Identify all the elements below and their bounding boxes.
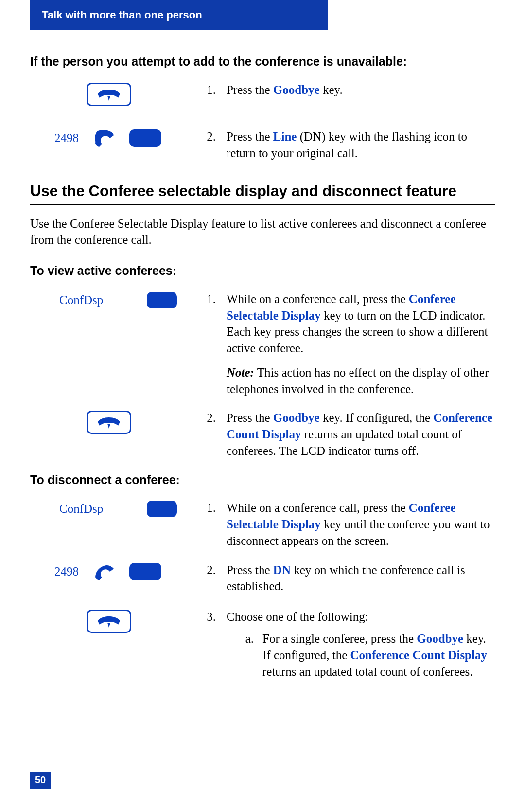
step-2: 2. Press the Line (DN) key with the flas… [205, 128, 495, 162]
text: key. [320, 83, 343, 96]
goodbye-key-icon [87, 411, 131, 434]
key-name-line: Line [273, 130, 297, 143]
step-number: 3. [205, 609, 222, 625]
page-header-title: Talk with more than one person [42, 8, 202, 22]
text: Press the [227, 83, 273, 96]
page-header-tab: Talk with more than one person [30, 0, 328, 30]
handset-icon [93, 129, 115, 147]
text: While on a conference call, press the [227, 292, 409, 306]
step-number: 2. [205, 410, 222, 426]
softkey-label-confdsp: ConfDsp [59, 501, 103, 517]
page-number-badge: 50 [30, 772, 51, 789]
page-number: 50 [35, 775, 46, 785]
text: Choose one of the following: [227, 610, 368, 623]
softkey-label-confdsp: ConfDsp [59, 292, 103, 308]
text: returns an updated total count of confer… [262, 665, 472, 678]
graphic-goodbye-key-3 [30, 609, 205, 633]
text: For a single conferee, press the [262, 632, 417, 645]
text: Press the [227, 130, 273, 143]
handset-down-icon [96, 614, 122, 629]
step-number: 1. [205, 82, 222, 98]
disc-step-3a: a. For a single conferee, press the Good… [227, 631, 495, 680]
graphic-dn-key-2: 2498 [30, 562, 205, 580]
view-step-1: 1. While on a conference call, press the… [205, 291, 495, 397]
goodbye-key-icon [87, 610, 131, 633]
row-view-goodbye: 2. Press the Goodbye key. If configured,… [30, 410, 495, 459]
handset-icon [93, 563, 115, 580]
step-number: 1. [205, 500, 222, 516]
note-body: This action has no effect on the display… [227, 366, 489, 396]
key-name-goodbye: Goodbye [417, 632, 463, 645]
text: Press the [227, 411, 273, 424]
key-name-goodbye: Goodbye [273, 83, 320, 96]
handset-down-icon [96, 415, 122, 430]
dn-label: 2498 [54, 130, 79, 146]
key-name-goodbye: Goodbye [273, 411, 320, 424]
goodbye-key-icon [87, 83, 131, 106]
disc-step-2: 2. Press the DN key on which the confere… [205, 562, 495, 595]
graphic-goodbye-key [30, 82, 205, 106]
graphic-confdsp: ConfDsp [30, 291, 205, 308]
key-name-ccd: Conference Count Display [350, 649, 487, 662]
softkey-icon [147, 292, 177, 308]
row-disc-dn: 2498 2. Press the DN key on which the co… [30, 562, 495, 596]
row-dn: 2498 2. Press the Line (DN) key with the… [30, 128, 495, 162]
step-number: 2. [205, 128, 222, 145]
view-step-2: 2. Press the Goodbye key. If configured,… [205, 410, 495, 459]
graphic-confdsp-2: ConfDsp [30, 500, 205, 517]
line-key-icon [129, 563, 161, 580]
step-1: 1. Press the Goodbye key. [205, 82, 495, 98]
section-conferee-title: Use the Conferee selectable display and … [30, 182, 495, 201]
row-disc-goodbye: 3. Choose one of the following: a. For a… [30, 609, 495, 680]
note-label: Note: [227, 366, 254, 379]
row-goodbye: 1. Press the Goodbye key. [30, 82, 495, 116]
row-disc-confdsp: ConfDsp 1. While on a conference call, p… [30, 500, 495, 549]
page-content: If the person you attempt to add to the … [30, 54, 495, 693]
graphic-goodbye-key-2 [30, 410, 205, 434]
section-conferee-intro: Use the Conferee Selectable Display feat… [30, 216, 495, 249]
row-view-confdsp: ConfDsp 1. While on a conference call, p… [30, 291, 495, 397]
text: While on a conference call, press the [227, 501, 409, 514]
section-unavailable-heading: If the person you attempt to add to the … [30, 54, 495, 70]
line-key-icon [129, 129, 161, 147]
section-rule [30, 204, 495, 205]
step-number: 2. [205, 562, 222, 578]
softkey-icon [147, 501, 177, 517]
view-heading: To view active conferees: [30, 263, 495, 279]
dn-label: 2498 [54, 563, 79, 580]
text: key. If configured, the [320, 411, 434, 424]
disc-step-1: 1. While on a conference call, press the… [205, 500, 495, 549]
key-name-dn: DN [273, 563, 291, 577]
substep-letter: a. [244, 631, 258, 680]
disconnect-heading: To disconnect a conferee: [30, 472, 495, 488]
graphic-dn-key: 2498 [30, 128, 205, 147]
handset-down-icon [96, 87, 122, 102]
step-number: 1. [205, 291, 222, 307]
disc-step-3: 3. Choose one of the following: a. For a… [205, 609, 495, 680]
text: Press the [227, 563, 273, 577]
